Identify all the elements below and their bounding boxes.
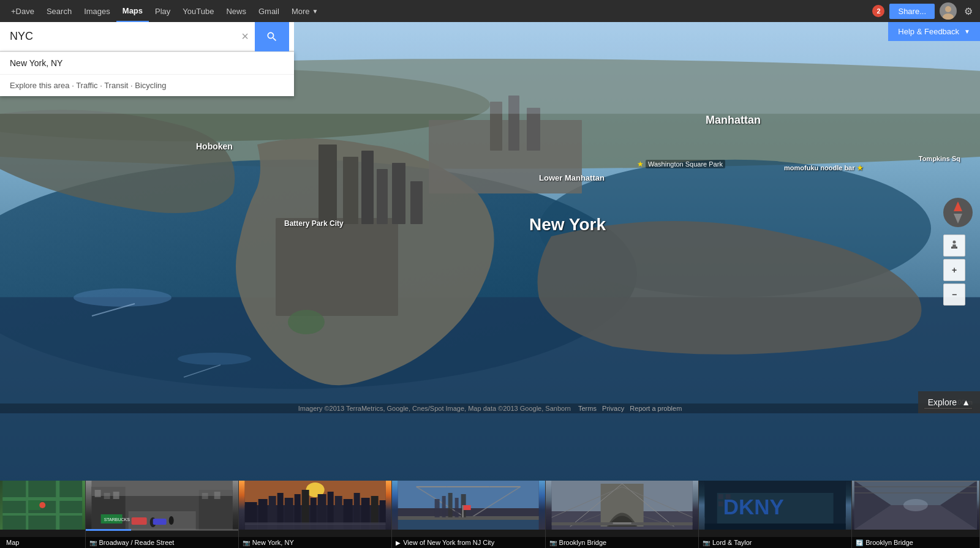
- nav-more[interactable]: More ▼: [285, 0, 325, 22]
- svg-text:DKNY: DKNY: [723, 495, 784, 519]
- explore-panel[interactable]: Explore ▲: [918, 391, 980, 413]
- svg-rect-11: [361, 151, 374, 224]
- settings-icon[interactable]: ⚙: [962, 6, 975, 17]
- svg-point-20: [74, 288, 172, 307]
- video-icon-view-nj: ▶: [396, 539, 401, 546]
- help-chevron-icon: ▼: [964, 28, 970, 35]
- avatar[interactable]: [940, 2, 957, 20]
- svg-rect-71: [398, 481, 539, 508]
- clear-button[interactable]: ×: [238, 29, 252, 43]
- search-input[interactable]: [5, 30, 238, 43]
- nav-right: 2 Share... ⚙: [872, 2, 975, 20]
- map-thumbnail: [0, 481, 85, 530]
- washington-square-marker[interactable]: ★ Washington Square Park: [637, 160, 725, 168]
- zoom-out-button[interactable]: −: [943, 283, 965, 306]
- svg-rect-77: [398, 516, 539, 520]
- photo-label-map: Map: [0, 537, 85, 548]
- svg-rect-79: [442, 496, 446, 517]
- share-button[interactable]: Share...: [889, 4, 935, 19]
- photo-label-lord-taylor: 📷 Lord & Taylor: [699, 537, 851, 548]
- svg-point-32: [39, 502, 45, 508]
- svg-rect-101: [718, 494, 723, 499]
- pegman-icon: [948, 239, 960, 252]
- svg-rect-102: [726, 494, 731, 499]
- brooklyn-bridge-thumb-svg: [546, 481, 698, 530]
- photo-item-view-nj[interactable]: ▶ View of New York from NJ City: [392, 481, 545, 548]
- lord-taylor-thumbnail: DKNY: [699, 481, 851, 530]
- streetview-icon-brooklyn-2: 🔄: [856, 539, 863, 546]
- svg-rect-80: [448, 493, 453, 517]
- nav-gmail[interactable]: Gmail: [252, 0, 285, 22]
- photo-item-map[interactable]: Map: [0, 481, 86, 548]
- search-button[interactable]: [255, 22, 289, 51]
- street-view-button[interactable]: [943, 235, 965, 257]
- svg-rect-78: [435, 499, 440, 517]
- search-area: × New York, NY Explore this area · Traff…: [0, 22, 294, 96]
- nav-images[interactable]: Images: [78, 0, 116, 22]
- nav-play[interactable]: Play: [149, 0, 176, 22]
- svg-point-1: [943, 13, 954, 20]
- svg-rect-104: [705, 524, 846, 530]
- newyork-thumbnail: [239, 481, 391, 530]
- explore-chevron-icon: ▲: [962, 397, 970, 407]
- photo-item-brooklyn-bridge[interactable]: 📷 Brooklyn Bridge: [546, 481, 699, 548]
- nav-plus[interactable]: +Dave: [5, 0, 40, 22]
- svg-rect-81: [455, 498, 459, 517]
- photo-label-newyork: 📷 New York, NY: [239, 537, 391, 548]
- camera-icon-lord-taylor: 📷: [703, 539, 710, 546]
- svg-rect-9: [318, 145, 337, 224]
- help-feedback-label: Help & Feedback: [898, 27, 959, 36]
- svg-rect-44: [91, 481, 232, 496]
- photo-label-view-nj: ▶ View of New York from NJ City: [392, 537, 545, 548]
- notifications-badge[interactable]: 2: [872, 5, 884, 17]
- compass-south-icon: [954, 214, 962, 223]
- photo-item-lord-taylor[interactable]: DKNY 📷 Lord & Taylor: [699, 481, 852, 548]
- compass-north-icon: [954, 201, 962, 211]
- terms-link[interactable]: Terms: [578, 405, 597, 412]
- svg-rect-10: [343, 157, 358, 224]
- svg-point-46: [168, 516, 173, 525]
- svg-point-0: [945, 6, 951, 12]
- svg-point-110: [903, 499, 928, 511]
- nav-search[interactable]: Search: [40, 0, 78, 22]
- svg-rect-15: [429, 120, 582, 193]
- svg-rect-48: [153, 519, 166, 525]
- svg-text:STARBUCKS: STARBUCKS: [104, 517, 130, 522]
- camera-icon-brooklyn: 📷: [549, 539, 557, 546]
- photo-item-broadway[interactable]: STARBUCKS 📷 Broadway / Reade Street: [86, 481, 239, 548]
- svg-rect-13: [392, 163, 405, 224]
- svg-rect-84: [462, 505, 464, 517]
- svg-point-21: [178, 353, 251, 365]
- help-feedback-panel[interactable]: Help & Feedback ▼: [888, 22, 980, 41]
- compass-button[interactable]: [943, 198, 973, 227]
- star-icon: ★: [637, 160, 644, 168]
- privacy-link[interactable]: Privacy: [602, 405, 624, 412]
- broadway-thumb-svg: STARBUCKS: [86, 481, 238, 530]
- photo-label-brooklyn-bridge-2: 🔄 Brooklyn Bridge: [852, 537, 979, 548]
- svg-rect-69: [245, 522, 386, 525]
- photo-label-brooklyn-bridge: 📷 Brooklyn Bridge: [546, 537, 698, 548]
- suggestion-newyork[interactable]: New York, NY: [0, 52, 294, 75]
- map-thumb-svg: [0, 481, 85, 530]
- photo-item-brooklyn-bridge-2[interactable]: 🔄 Brooklyn Bridge: [852, 481, 980, 548]
- topbar: +Dave Search Images Maps Play YouTube Ne…: [0, 0, 980, 22]
- svg-rect-96: [612, 522, 631, 524]
- view-nj-thumbnail: [392, 481, 545, 530]
- zoom-in-button[interactable]: +: [943, 259, 965, 281]
- photo-item-newyork[interactable]: 📷 New York, NY: [239, 481, 392, 548]
- search-bar: ×: [0, 22, 294, 51]
- search-icon: [266, 31, 278, 43]
- explore-options[interactable]: Explore this area · Traffic · Transit · …: [0, 75, 294, 96]
- svg-rect-12: [377, 169, 388, 224]
- photo-strip: Map STARBUCKS: [0, 481, 980, 548]
- nav-maps[interactable]: Maps: [116, 0, 149, 22]
- search-dropdown: New York, NY Explore this area · Traffic…: [0, 51, 294, 96]
- svg-rect-18: [527, 108, 540, 151]
- nav-news[interactable]: News: [220, 0, 252, 22]
- report-problem-link[interactable]: Report a problem: [630, 405, 682, 412]
- camera-icon-newyork: 📷: [243, 539, 250, 546]
- view-nj-thumb-svg: [392, 481, 545, 530]
- broadway-thumbnail: STARBUCKS: [86, 481, 238, 530]
- svg-rect-103: [718, 501, 723, 506]
- nav-youtube[interactable]: YouTube: [176, 0, 220, 22]
